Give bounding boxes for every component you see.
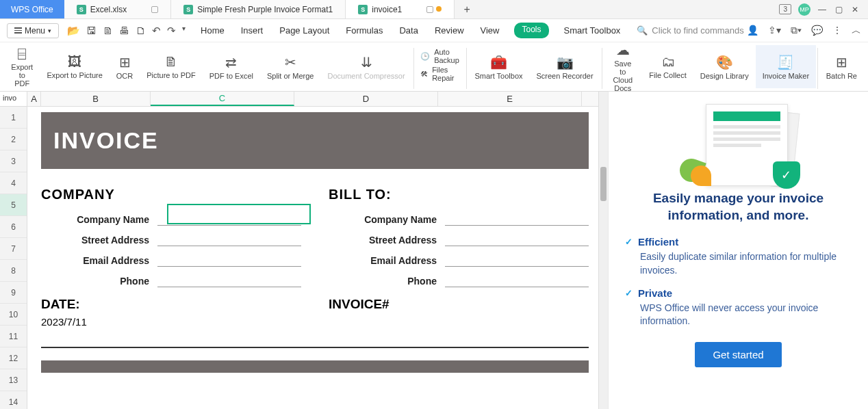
print-icon[interactable]: 🖶: [119, 25, 129, 37]
phone-input[interactable]: [157, 275, 301, 287]
ribbon-tab-formulas[interactable]: Formulas: [344, 23, 384, 38]
email-input[interactable]: [157, 254, 301, 267]
redo-icon[interactable]: ↷: [167, 25, 176, 37]
tool-export-pdf[interactable]: ⌸Export to PDF: [4, 45, 40, 88]
tool-smart-toolbox[interactable]: 🧰Smart Toolbox: [468, 45, 529, 88]
tool-save-cloud[interactable]: ☁Save to Cloud Docs: [603, 45, 642, 88]
open-icon[interactable]: 📂: [67, 25, 80, 37]
vertical-scrollbar[interactable]: [598, 92, 608, 409]
ribbon-tab-pagelayout[interactable]: Page Layout: [278, 23, 331, 38]
cloud-icon: ☁: [616, 42, 630, 58]
tool-split-merge[interactable]: ✂Split or Merge: [260, 45, 320, 88]
window-count-badge[interactable]: 3: [779, 4, 791, 14]
row-header-1[interactable]: 1: [0, 107, 27, 129]
invoice-maker-panel: ✓ Easily manage your invoice information…: [608, 92, 868, 409]
new-tab-button[interactable]: +: [455, 0, 479, 18]
undo-icon[interactable]: ↶: [152, 25, 161, 37]
ribbon-tab-home[interactable]: Home: [199, 23, 226, 38]
tool-auto-backup[interactable]: 🕒Auto Backup: [420, 48, 459, 64]
row-header-6[interactable]: 6: [0, 216, 27, 238]
billto-section: BILL TO: Company Name Street Address Ema…: [329, 187, 589, 328]
ribbon-tab-view[interactable]: View: [479, 23, 501, 38]
row-header-12[interactable]: 12: [0, 347, 27, 369]
doc-tab-2[interactable]: S Simple Fresh Purple Invoice Format1: [171, 0, 346, 18]
date-value[interactable]: 2023/7/11: [41, 316, 301, 328]
col-header-c[interactable]: C: [151, 92, 294, 106]
sheet-canvas[interactable]: INVOICE COMPANY Company Name Street Addr…: [27, 112, 598, 373]
bt-company-input[interactable]: [445, 213, 589, 226]
saveas-icon[interactable]: 🗎: [103, 25, 113, 37]
tab-label: invoice1: [372, 5, 402, 14]
maximize-button[interactable]: ▢: [834, 5, 843, 14]
ribbon-tab-insert[interactable]: Insert: [240, 23, 265, 38]
command-search[interactable]: 🔍 Click to find commands: [637, 25, 743, 36]
row-header-3[interactable]: 3: [0, 150, 27, 172]
tab-window-icon[interactable]: [426, 6, 433, 13]
tool-ocr[interactable]: ⊞OCR: [110, 45, 140, 88]
phone-label: Phone: [120, 276, 149, 287]
get-started-button[interactable]: Get started: [695, 342, 781, 367]
ribbon-tab-smarttoolbox[interactable]: Smart Toolbox: [563, 23, 622, 38]
email-label: Email Address: [83, 255, 149, 266]
row-header-5[interactable]: 5: [0, 194, 27, 216]
name-box[interactable]: invo: [0, 92, 27, 107]
row-header-8[interactable]: 8: [0, 260, 27, 282]
preview-icon[interactable]: 🗋: [136, 25, 146, 37]
collapse-ribbon-icon[interactable]: ︿: [852, 25, 861, 37]
doc-tab-1[interactable]: S Excel.xlsx: [64, 0, 171, 18]
scroll-thumb[interactable]: [600, 167, 607, 201]
ribbon-tab-tools[interactable]: Tools: [514, 23, 548, 38]
ribbon-tab-data[interactable]: Data: [398, 23, 419, 38]
qat-more-icon[interactable]: ▾: [182, 25, 186, 37]
tool-file-collect[interactable]: 🗂File Collect: [642, 45, 693, 88]
row-header-13[interactable]: 13: [0, 369, 27, 391]
street-input[interactable]: [157, 234, 301, 246]
tool-screen-recorder[interactable]: 📷Screen Recorder: [530, 45, 600, 88]
row-header-9[interactable]: 9: [0, 282, 27, 304]
user-avatar[interactable]: MP: [798, 3, 810, 16]
grid[interactable]: A B C D E INVOICE COMPANY Company Name S…: [27, 92, 598, 409]
wrench-icon: 🛠: [420, 70, 428, 78]
billto-heading: BILL TO:: [329, 187, 589, 202]
active-cell[interactable]: [167, 204, 311, 224]
tool-invoice-maker[interactable]: 🧾Invoice Maker: [756, 45, 816, 88]
tool-export-picture[interactable]: 🖼Export to Picture: [40, 45, 109, 88]
window-controls: 3 MP — ▢ ✕: [771, 0, 868, 18]
items-table-header: [41, 360, 589, 373]
col-header-d[interactable]: D: [294, 92, 438, 106]
row-header-7[interactable]: 7: [0, 238, 27, 260]
tool-picture-to-pdf[interactable]: 🗎Picture to PDF: [140, 45, 203, 88]
more-icon[interactable]: ⋮: [832, 25, 842, 37]
col-header-e[interactable]: E: [438, 92, 582, 106]
bt-email-input[interactable]: [445, 254, 589, 267]
row-header-11[interactable]: 11: [0, 326, 27, 347]
share-icon[interactable]: ⇪▾: [768, 25, 781, 37]
save-icon[interactable]: 🖫: [86, 25, 97, 37]
feature-private: Private WPS Office will never access you…: [625, 287, 852, 328]
tool-pdf-to-excel[interactable]: ⇄PDF to Excel: [203, 45, 260, 88]
main-menu-button[interactable]: Menu ▾: [7, 23, 59, 38]
tab-label: Simple Fresh Purple Invoice Format1: [197, 5, 333, 14]
invoice-icon: 🧾: [777, 54, 794, 70]
separator: [466, 48, 467, 89]
tool-files-repair[interactable]: 🛠Files Repair: [420, 66, 459, 82]
bt-phone-input[interactable]: [445, 275, 589, 287]
chat-icon[interactable]: 💬: [811, 25, 823, 37]
ribbon-tab-review[interactable]: Review: [433, 23, 465, 38]
row-header-10[interactable]: 10: [0, 304, 27, 326]
row-header-14[interactable]: 14: [0, 391, 27, 409]
close-window-button[interactable]: ✕: [850, 5, 860, 14]
bt-street-input[interactable]: [445, 234, 589, 246]
tab-window-icon[interactable]: [151, 6, 158, 13]
row-header-4[interactable]: 4: [0, 172, 27, 194]
col-header-b[interactable]: B: [41, 92, 151, 106]
doc-tab-3[interactable]: S invoice1: [346, 0, 455, 18]
row-header-2[interactable]: 2: [0, 129, 27, 150]
user-icon[interactable]: 👤: [747, 25, 758, 37]
window-icon[interactable]: ⧉▾: [791, 25, 802, 37]
tool-design-library[interactable]: 🎨Design Library: [693, 45, 756, 88]
tool-document-compressor: ⇊Document Compressor: [320, 45, 411, 88]
col-header-a[interactable]: A: [27, 92, 41, 106]
tool-batch[interactable]: ⊞Batch Re: [819, 45, 864, 88]
minimize-button[interactable]: —: [817, 5, 827, 14]
